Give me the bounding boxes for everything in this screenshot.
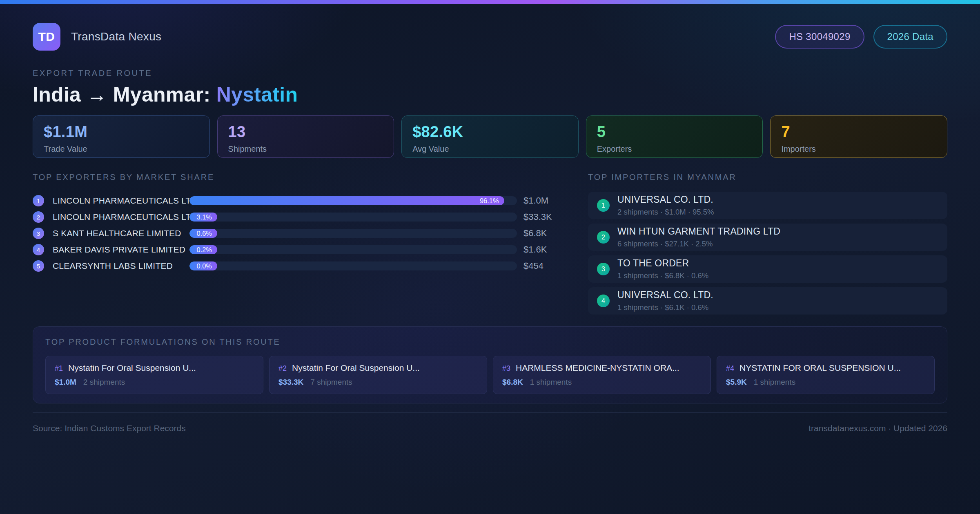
main-content: TOP EXPORTERS BY MARKET SHARE 1 LINCOLN … <box>33 173 947 319</box>
market-share-bar: 0.6% <box>189 229 217 238</box>
page-title-product: Nystatin <box>216 83 298 106</box>
exporter-name: BAKER DAVIS PRIVATE LIMITED <box>53 245 189 255</box>
rank-badge: 4 <box>597 295 610 307</box>
product-card: #1 Nystatin For Oral Suspension U... $1.… <box>45 356 263 394</box>
share-percent-label: 0.6% <box>196 230 212 237</box>
market-share-bar-track: 3.1% <box>189 213 517 222</box>
importer-meta: 1 shipments · $6.8K · 0.6% <box>617 271 708 280</box>
stat-value: 5 <box>597 123 752 141</box>
importer-list-item: 3 TO THE ORDER 1 shipments · $6.8K · 0.6… <box>588 255 947 283</box>
product-name: Nystatin For Oral Suspension U... <box>292 363 420 373</box>
product-meta-line: $6.8K 1 shipments <box>502 378 702 387</box>
product-name: NYSTATIN FOR ORAL SUSPENSION U... <box>739 363 901 373</box>
product-shipments: 1 shipments <box>530 378 572 387</box>
importer-list-item: 4 UNIVERSAL CO. LTD. 1 shipments · $6.1K… <box>588 287 947 315</box>
market-share-bar-track: 0.0% <box>189 261 517 270</box>
product-cards: #1 Nystatin For Oral Suspension U... $1.… <box>45 356 935 394</box>
stat-card-exporters: 5 Exporters <box>586 115 763 158</box>
page-title: India → Myanmar: Nystatin <box>33 83 947 106</box>
stat-value: 13 <box>228 123 383 141</box>
product-rank: #4 <box>726 364 734 373</box>
brand-name: TransData Nexus <box>71 30 161 43</box>
product-card: #3 HARMLESS MEDICINE-NYSTATIN ORA... $6.… <box>493 356 711 394</box>
market-share-bar-track: 0.6% <box>189 229 517 238</box>
rank-badge: 3 <box>33 228 44 239</box>
market-share-bar: 0.2% <box>189 245 217 254</box>
exporter-row: 2 LINCOLN PHARMACEUTICALS LTD 3.1% $33.3… <box>33 209 568 225</box>
exporter-value: $1.6K <box>523 244 568 255</box>
stat-value: $82.6K <box>412 123 568 141</box>
stat-label: Avg Value <box>412 144 568 154</box>
importer-text: TO THE ORDER 1 shipments · $6.8K · 0.6% <box>617 258 708 280</box>
product-shipments: 2 shipments <box>83 378 125 387</box>
share-percent-label: 0.0% <box>196 262 212 270</box>
stat-label: Shipments <box>228 144 383 154</box>
exporter-row: 3 S KANT HEALTHCARE LIMITED 0.6% $6.8K <box>33 225 568 241</box>
exporter-row: 1 LINCOLN PHARMACEUTICALS LTD 96.1% $1.0… <box>33 193 568 209</box>
rank-badge: 5 <box>33 260 44 272</box>
stat-card-trade-value: $1.1M Trade Value <box>33 115 210 158</box>
stat-card-importers: 7 Importers <box>770 115 947 158</box>
product-title-line: #2 Nystatin For Oral Suspension U... <box>278 363 478 373</box>
product-value: $5.9K <box>726 378 747 387</box>
stat-value: 7 <box>781 123 936 141</box>
exporter-row: 4 BAKER DAVIS PRIVATE LIMITED 0.2% $1.6K <box>33 241 568 258</box>
stat-cards: $1.1M Trade Value 13 Shipments $82.6K Av… <box>33 115 947 158</box>
product-value: $6.8K <box>502 378 523 387</box>
product-shipments: 1 shipments <box>754 378 795 387</box>
footer-site-note: transdatanexus.com · Updated 2026 <box>808 423 947 433</box>
product-rank: #3 <box>502 364 510 373</box>
stat-value: $1.1M <box>44 123 199 141</box>
hs-code-badge[interactable]: HS 30049029 <box>775 25 864 49</box>
product-shipments: 7 shipments <box>310 378 352 387</box>
market-share-bar-track: 96.1% <box>189 196 517 205</box>
rank-badge: 3 <box>597 263 610 275</box>
exporters-bar-chart: 1 LINCOLN PHARMACEUTICALS LTD 96.1% $1.0… <box>33 193 568 274</box>
exporter-value: $454 <box>523 261 568 271</box>
product-name: Nystatin For Oral Suspension U... <box>68 363 196 373</box>
importers-section: TOP IMPORTERS IN MYANMAR 1 UNIVERSAL CO.… <box>588 173 947 319</box>
share-percent-label: 96.1% <box>480 197 499 205</box>
product-title-line: #1 Nystatin For Oral Suspension U... <box>55 363 254 373</box>
importer-name: UNIVERSAL CO. LTD. <box>617 194 714 205</box>
product-title-line: #3 HARMLESS MEDICINE-NYSTATIN ORA... <box>502 363 702 373</box>
page: TD TransData Nexus HS 30049029 2026 Data… <box>0 23 980 433</box>
importers-heading: TOP IMPORTERS IN MYANMAR <box>588 173 947 182</box>
product-value: $33.3K <box>278 378 303 387</box>
exporter-name: CLEARSYNTH LABS LIMITED <box>53 261 189 271</box>
importer-list-item: 2 WIN HTUN GARMENT TRADING LTD 6 shipmen… <box>588 224 947 251</box>
share-percent-label: 0.2% <box>196 246 212 254</box>
rank-badge: 2 <box>597 231 610 244</box>
exporter-row: 5 CLEARSYNTH LABS LIMITED 0.0% $454 <box>33 258 568 274</box>
product-value: $1.0M <box>55 378 76 387</box>
product-title-line: #4 NYSTATIN FOR ORAL SUSPENSION U... <box>726 363 925 373</box>
market-share-bar: 3.1% <box>189 213 217 222</box>
accent-gradient-bar <box>0 0 980 4</box>
importer-text: UNIVERSAL CO. LTD. 2 shipments · $1.0M ·… <box>617 194 714 217</box>
stat-label: Exporters <box>597 144 752 154</box>
brand-block: TD TransData Nexus <box>33 23 161 51</box>
importer-meta: 6 shipments · $27.1K · 2.5% <box>617 239 780 248</box>
app-logo: TD <box>33 23 60 51</box>
product-rank: #2 <box>278 364 287 373</box>
rank-badge: 2 <box>33 211 44 223</box>
importers-list: 1 UNIVERSAL CO. LTD. 2 shipments · $1.0M… <box>588 192 947 315</box>
market-share-bar-track: 0.2% <box>189 245 517 254</box>
exporter-name: LINCOLN PHARMACEUTICALS LTD <box>53 196 189 206</box>
stat-card-avg-value: $82.6K Avg Value <box>401 115 579 158</box>
market-share-bar: 96.1% <box>189 196 504 205</box>
product-card: #2 Nystatin For Oral Suspension U... $33… <box>269 356 487 394</box>
importer-meta: 2 shipments · $1.0M · 95.5% <box>617 208 714 217</box>
share-percent-label: 3.1% <box>196 213 212 221</box>
product-meta-line: $1.0M 2 shipments <box>55 378 254 387</box>
data-year-badge[interactable]: 2026 Data <box>873 25 947 49</box>
product-name: HARMLESS MEDICINE-NYSTATIN ORA... <box>516 363 679 373</box>
product-formulations-panel: TOP PRODUCT FORMULATIONS ON THIS ROUTE #… <box>33 326 947 403</box>
footer-source: Source: Indian Customs Export Records <box>33 423 186 433</box>
exporter-value: $1.0M <box>523 195 568 206</box>
exporter-value: $6.8K <box>523 228 568 239</box>
importer-text: WIN HTUN GARMENT TRADING LTD 6 shipments… <box>617 226 780 248</box>
importer-meta: 1 shipments · $6.1K · 0.6% <box>617 303 713 312</box>
stat-label: Importers <box>781 144 936 154</box>
importer-list-item: 1 UNIVERSAL CO. LTD. 2 shipments · $1.0M… <box>588 192 947 219</box>
